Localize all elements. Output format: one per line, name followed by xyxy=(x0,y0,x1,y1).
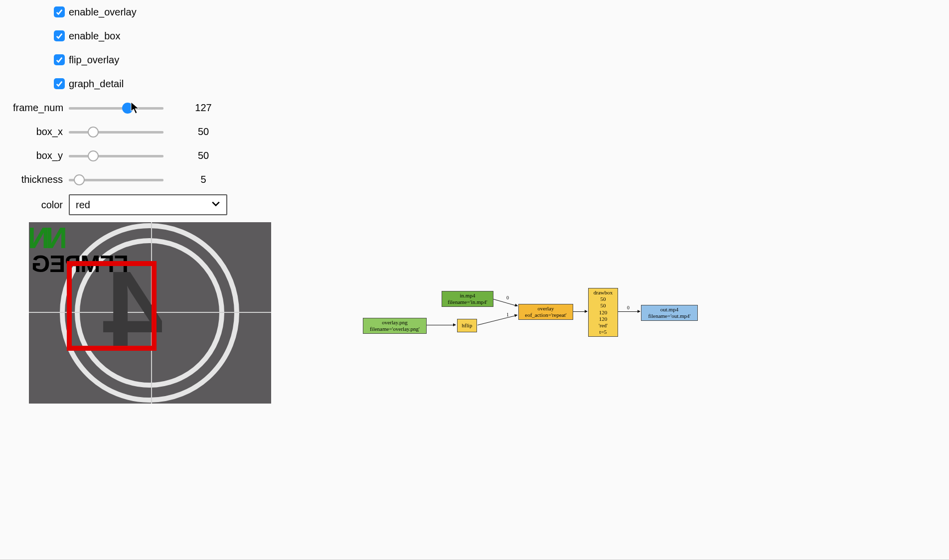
node-detail: filename='in.mp4' xyxy=(444,299,491,305)
graph-edge xyxy=(427,325,456,325)
slider-row-box-y: box_y 50 xyxy=(13,143,232,167)
node-title: out.mp4 xyxy=(643,306,695,313)
node-title: drawbox xyxy=(591,289,616,296)
slider-frame-num[interactable] xyxy=(69,107,163,110)
checkbox-row-enable-overlay: enable_overlay xyxy=(13,0,232,24)
color-select[interactable]: red xyxy=(69,194,227,215)
graph-node-out-mp4: out.mp4 filename='out.mp4' xyxy=(641,305,698,321)
node-param: 120 xyxy=(591,309,616,316)
graph-node-in-mp4: in.mp4 filename='in.mp4' xyxy=(442,291,493,307)
slider-thumb[interactable] xyxy=(74,174,85,185)
checkbox-row-flip-overlay: flip_overlay xyxy=(13,48,232,72)
drawbox-rectangle xyxy=(67,261,157,351)
filter-graph-diagram: overlay.png filename='overlay.png' in.mp… xyxy=(363,288,702,353)
checkbox-row-enable-box: enable_box xyxy=(13,24,232,48)
slider-box-y[interactable] xyxy=(69,155,163,157)
slider-row-frame-num: frame_num 127 xyxy=(13,96,232,120)
slider-label: frame_num xyxy=(13,102,69,114)
slider-row-thickness: thickness 5 xyxy=(13,167,232,191)
graph-node-overlay: overlay eof_action='repeat' xyxy=(518,304,573,320)
node-param: t=5 xyxy=(591,329,616,335)
checkbox-label: enable_box xyxy=(69,30,120,42)
slider-thumb[interactable] xyxy=(88,150,99,161)
graph-node-drawbox: drawbox 50 50 120 120 'red' t=5 xyxy=(588,288,618,337)
node-param: 120 xyxy=(591,316,616,322)
node-param: 50 xyxy=(591,296,616,302)
graph-node-hflip: hflip xyxy=(457,319,477,332)
graph-edge xyxy=(573,311,587,312)
checkbox-label: graph_detail xyxy=(69,78,124,90)
checkbox-enable-box[interactable] xyxy=(54,30,65,41)
node-detail: eof_action='repeat' xyxy=(521,312,571,318)
checkbox-label: flip_overlay xyxy=(69,54,119,66)
slider-box-x[interactable] xyxy=(69,131,163,134)
graph-edge-label: 0 xyxy=(506,295,509,300)
node-detail: filename='out.mp4' xyxy=(643,313,695,319)
checkbox-graph-detail[interactable] xyxy=(54,78,65,89)
node-detail: filename='overlay.png' xyxy=(365,326,424,332)
node-title: overlay.png xyxy=(365,319,424,326)
checkbox-enable-overlay[interactable] xyxy=(54,6,65,17)
slider-value: 50 xyxy=(183,150,223,161)
slider-label: box_x xyxy=(13,126,69,138)
slider-thickness[interactable] xyxy=(69,179,163,181)
select-row-color: color red xyxy=(13,191,232,218)
slider-row-box-x: box_x 50 xyxy=(13,120,232,143)
graph-edge-label: 0 xyxy=(627,305,630,310)
graph-edge xyxy=(477,315,517,325)
checkbox-row-graph-detail: graph_detail xyxy=(13,72,232,96)
node-param: 50 xyxy=(591,302,616,309)
select-value: red xyxy=(76,199,90,211)
graph-edge xyxy=(493,299,517,306)
controls-panel: enable_overlay enable_box flip_overlay g… xyxy=(13,0,232,218)
chevron-down-icon xyxy=(211,199,220,211)
graph-node-overlay-png: overlay.png filename='overlay.png' xyxy=(363,318,427,334)
slider-value: 50 xyxy=(183,126,223,138)
checkbox-label: enable_overlay xyxy=(69,6,137,18)
slider-label: thickness xyxy=(13,174,69,185)
slider-thumb[interactable] xyxy=(122,103,133,114)
slider-label: box_y xyxy=(13,150,69,161)
checkbox-flip-overlay[interactable] xyxy=(54,54,65,65)
slider-value: 127 xyxy=(183,102,223,114)
select-label: color xyxy=(13,199,69,211)
slider-value: 5 xyxy=(183,174,223,185)
graph-edge xyxy=(618,311,640,312)
node-title: in.mp4 xyxy=(444,292,491,299)
ffmpeg-zigzag-icon: NN xyxy=(32,226,67,250)
slider-thumb[interactable] xyxy=(88,127,99,138)
node-title: overlay xyxy=(521,305,571,312)
node-param: 'red' xyxy=(591,322,616,329)
node-title: hflip xyxy=(462,322,473,328)
graph-edge-label: 1 xyxy=(506,312,509,317)
video-preview: 4 NN FFMPEG xyxy=(29,222,271,404)
